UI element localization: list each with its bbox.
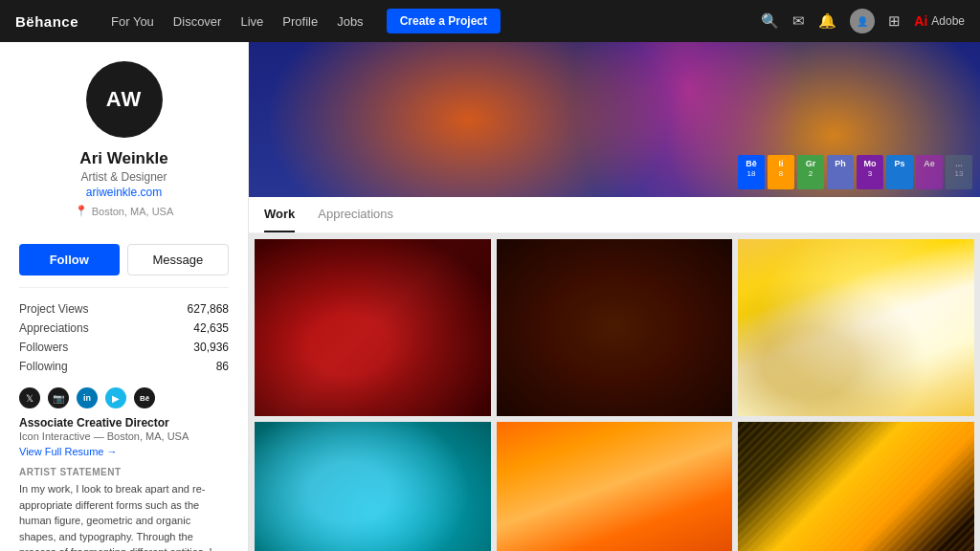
avatar-img: 👤 <box>857 16 868 27</box>
profile-name: Ari Weinkle <box>79 149 167 168</box>
nav-links: For You Discover Live Profile Jobs <box>111 14 364 29</box>
nav-live[interactable]: Live <box>240 14 263 29</box>
badge-ae[interactable]: Ae <box>916 155 943 189</box>
badge-behance[interactable]: Bē 18 <box>738 155 765 189</box>
nav-discover[interactable]: Discover <box>173 14 222 29</box>
linkedin-icon[interactable]: in <box>77 387 98 408</box>
badge-motion[interactable]: Mo 3 <box>857 155 883 189</box>
artist-statement-text: In my work, I look to break apart and re… <box>19 481 229 551</box>
badges-row: Bē 18 Ii 8 Gr 2 Ph Mo 3 <box>738 155 972 189</box>
profile-initials: AW <box>106 87 142 112</box>
badge-photoshop[interactable]: Ph <box>827 155 854 189</box>
stat-followers: Followers 30,936 <box>19 338 229 357</box>
portfolio-item-6[interactable] <box>738 422 974 551</box>
stat-following: Following 86 <box>19 357 229 376</box>
badge-illustrator[interactable]: Ii 8 <box>768 155 794 189</box>
view-resume-link[interactable]: View Full Resume → <box>19 446 229 457</box>
profile-header: AW Ari Weinkle Artist & Designer ariwein… <box>19 61 229 232</box>
location-pin-icon: 📍 <box>75 205 88 217</box>
badge-ps[interactable]: Ps <box>886 155 913 189</box>
action-buttons: Follow Message <box>19 244 229 276</box>
mail-icon[interactable]: ✉ <box>792 12 805 30</box>
profile-website[interactable]: ariweinkle.com <box>86 186 162 199</box>
tabs-row: Work Appreciations <box>249 197 980 233</box>
main-container: AW Ari Weinkle Artist & Designer ariwein… <box>0 42 980 551</box>
social-icons: 𝕏 📷 in ▶ Bē <box>19 387 229 408</box>
twitter-icon[interactable]: 𝕏 <box>19 387 40 408</box>
profile-title: Artist & Designer <box>80 170 167 184</box>
adobe-icon: Ai <box>914 13 927 29</box>
instagram-icon[interactable]: 📷 <box>48 387 69 408</box>
badge-gradients[interactable]: Gr 2 <box>797 155 824 189</box>
portfolio-grid <box>249 233 980 551</box>
create-project-button[interactable]: Create a Project <box>387 9 501 33</box>
message-button[interactable]: Message <box>127 244 230 276</box>
portfolio-item-1[interactable] <box>255 239 491 416</box>
vimeo-icon[interactable]: ▶ <box>105 387 126 408</box>
nav-profile[interactable]: Profile <box>282 14 318 29</box>
profile-location: 📍 Boston, MA, USA <box>75 205 174 217</box>
portfolio-item-4[interactable] <box>255 422 491 551</box>
portfolio-item-5[interactable] <box>497 422 733 551</box>
nav-jobs[interactable]: Jobs <box>337 14 363 29</box>
sidebar: AW Ari Weinkle Artist & Designer ariwein… <box>0 42 249 551</box>
badge-more[interactable]: ... 13 <box>946 155 972 189</box>
behance-social-icon[interactable]: Bē <box>134 387 155 408</box>
portfolio-item-2[interactable] <box>497 239 733 416</box>
tab-work[interactable]: Work <box>264 197 295 232</box>
apps-icon[interactable]: ⊞ <box>888 12 901 30</box>
adobe-label: Ai Adobe <box>914 13 965 29</box>
search-icon[interactable]: 🔍 <box>761 12 779 30</box>
cover-image: Bē 18 Ii 8 Gr 2 Ph Mo 3 <box>249 42 980 197</box>
follow-button[interactable]: Follow <box>19 244 120 276</box>
stat-appreciations: Appreciations 42,635 <box>19 319 229 338</box>
job-company: Icon Interactive — Boston, MA, USA <box>19 430 229 442</box>
profile-avatar: AW <box>86 61 163 138</box>
nav-for-you[interactable]: For You <box>111 14 154 29</box>
job-title: Associate Creative Director <box>19 416 229 430</box>
stats-table: Project Views 627,868 Appreciations 42,6… <box>19 287 229 376</box>
portfolio-item-3[interactable] <box>738 239 974 416</box>
artist-statement-title: ARTIST STATEMENT <box>19 467 229 477</box>
navbar: Bëhance For You Discover Live Profile Jo… <box>0 0 980 42</box>
adobe-text: Adobe <box>931 14 965 28</box>
tab-appreciations[interactable]: Appreciations <box>318 197 393 232</box>
avatar[interactable]: 👤 <box>850 9 875 33</box>
behance-logo[interactable]: Bëhance <box>15 13 78 30</box>
content-area: Bē 18 Ii 8 Gr 2 Ph Mo 3 <box>249 42 980 551</box>
nav-right-actions: 🔍 ✉ 🔔 👤 ⊞ Ai Adobe <box>761 9 965 33</box>
stat-project-views: Project Views 627,868 <box>19 299 229 319</box>
notifications-icon[interactable]: 🔔 <box>818 12 836 30</box>
